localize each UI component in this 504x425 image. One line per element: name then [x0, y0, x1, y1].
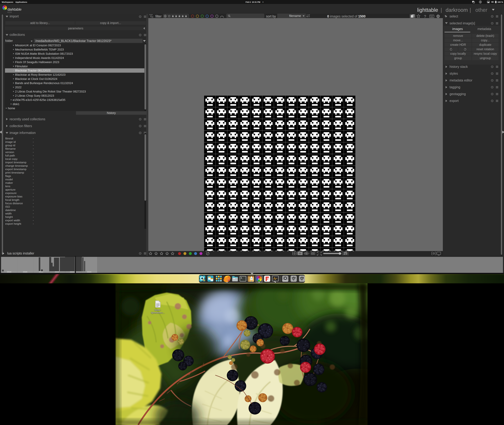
svg-text:$_: $_ [241, 277, 243, 279]
